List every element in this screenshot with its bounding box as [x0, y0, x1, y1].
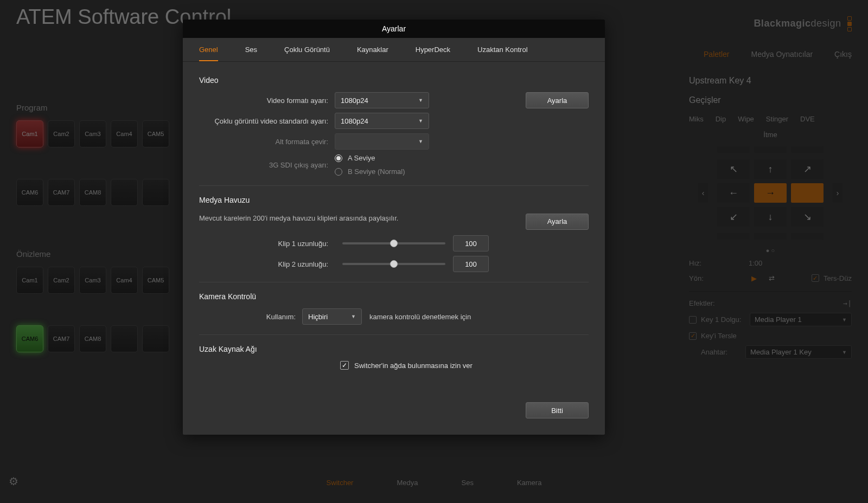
- dir-n-icon[interactable]: ↑: [754, 159, 787, 179]
- pgm-cam2[interactable]: Cam2: [48, 120, 75, 147]
- multiview-format-label: Çoklu görüntü video standardı ayarı:: [199, 117, 335, 125]
- dir-next-icon[interactable]: ›: [833, 183, 843, 203]
- trans-tab-stinger[interactable]: Stinger: [766, 115, 788, 123]
- pvw-cam5[interactable]: CAM5: [142, 267, 169, 294]
- dir-pad[interactable]: [717, 233, 750, 240]
- video-set-button[interactable]: Ayarla: [526, 92, 589, 108]
- pvw-empty[interactable]: x: [111, 325, 138, 352]
- invert-label: Key'i Tersle: [701, 332, 737, 340]
- done-button[interactable]: Bitti: [526, 402, 589, 418]
- dir-ne-icon[interactable]: ↗: [791, 159, 824, 179]
- multiview-format-select[interactable]: 1080p24▼: [335, 113, 429, 129]
- program-label: Program: [16, 103, 48, 112]
- preview-label: Önizleme: [16, 249, 50, 259]
- video-section-title: Video: [199, 76, 589, 85]
- dir-e-slot[interactable]: [791, 183, 824, 203]
- pgm-empty[interactable]: x: [111, 179, 138, 206]
- remote-net-title: Uzak Kaynak Ağı: [199, 345, 589, 353]
- sdi-level-b-radio[interactable]: [335, 168, 342, 176]
- downconvert-label: Alt formata çevir:: [199, 138, 335, 146]
- speed-value[interactable]: 1:00: [749, 259, 762, 267]
- key-label: Anahtar:: [689, 348, 745, 356]
- dir-pad[interactable]: [791, 146, 824, 153]
- dir-pad[interactable]: [717, 146, 750, 153]
- nav-kamera[interactable]: Kamera: [517, 479, 542, 487]
- gear-icon[interactable]: ⚙: [9, 475, 18, 488]
- pvw-empty[interactable]: x: [142, 325, 169, 352]
- dir-e-icon[interactable]: →: [754, 183, 787, 203]
- brand-logo: Blackmagicdesign: [754, 16, 852, 31]
- upstream-key-header: Upstream Key 4: [689, 76, 852, 86]
- tab-hyperdeck[interactable]: HyperDeck: [416, 38, 450, 61]
- tab-uzaktan-kontrol[interactable]: Uzaktan Kontrol: [477, 38, 528, 61]
- tab-ses[interactable]: Ses: [245, 38, 257, 61]
- slider-thumb-icon[interactable]: [390, 260, 398, 268]
- pgm-cam8[interactable]: CAM8: [79, 179, 106, 206]
- dir-s-icon[interactable]: ↓: [754, 207, 787, 227]
- speed-label: Hız:: [689, 259, 749, 267]
- play-icon[interactable]: ▶: [749, 273, 760, 283]
- nav-ses[interactable]: Ses: [461, 479, 473, 487]
- media-set-button[interactable]: Ayarla: [526, 214, 589, 230]
- dir-pad[interactable]: [791, 233, 824, 240]
- fill-checkbox[interactable]: [689, 316, 697, 324]
- pgm-cam6[interactable]: CAM6: [16, 179, 43, 206]
- reverse-checkbox[interactable]: [812, 274, 819, 282]
- pvw-cam1[interactable]: Cam1: [16, 267, 43, 294]
- pgm-empty[interactable]: x: [142, 179, 169, 206]
- effects-value[interactable]: →|: [843, 299, 852, 307]
- trans-tab-miks[interactable]: Miks: [689, 115, 704, 123]
- trans-tab-wipe[interactable]: Wipe: [738, 115, 754, 123]
- pgm-cam4[interactable]: Cam4: [111, 120, 138, 147]
- clip1-value[interactable]: 100: [453, 235, 489, 252]
- reverse-label: Ters-Düz: [824, 274, 852, 282]
- pvw-cam7[interactable]: CAM7: [48, 325, 75, 352]
- trans-tab-dip[interactable]: Dip: [716, 115, 726, 123]
- dir-sw-icon[interactable]: ↙: [717, 207, 750, 227]
- pvw-cam6[interactable]: CAM6: [16, 325, 43, 352]
- tab-coklu-goruntu[interactable]: Çoklu Görüntü: [284, 38, 330, 61]
- dir-pad[interactable]: [754, 233, 787, 240]
- effects-label: Efektler:: [689, 299, 749, 307]
- dir-pad[interactable]: [754, 146, 787, 153]
- clip2-value[interactable]: 100: [453, 256, 489, 272]
- pvw-cam8[interactable]: CAM8: [79, 325, 106, 352]
- invert-checkbox[interactable]: [689, 332, 697, 340]
- pgm-cam1[interactable]: Cam1: [16, 120, 43, 147]
- direction-label: Yön:: [689, 274, 749, 282]
- loop-icon[interactable]: ⇄: [766, 273, 777, 283]
- clip2-slider[interactable]: [342, 263, 445, 265]
- pvw-cam3[interactable]: Cam3: [79, 267, 106, 294]
- page-indicator: ● ○: [689, 247, 852, 254]
- dir-w-icon[interactable]: ←: [717, 183, 750, 203]
- chevron-down-icon: ▼: [351, 314, 356, 319]
- pvw-cam4[interactable]: Cam4: [111, 267, 138, 294]
- chevron-down-icon: ▼: [418, 98, 423, 103]
- tab-paletler[interactable]: Paletler: [704, 50, 729, 59]
- video-format-select[interactable]: 1080p24▼: [335, 92, 429, 108]
- trans-tab-dve[interactable]: DVE: [800, 115, 815, 123]
- camera-use-tail: kamera kontrolü denetlemek için: [369, 313, 471, 321]
- dir-se-icon[interactable]: ↘: [791, 207, 824, 227]
- sdi-level-a-radio[interactable]: [335, 154, 342, 162]
- pgm-cam7[interactable]: CAM7: [48, 179, 75, 206]
- slider-thumb-icon[interactable]: [390, 240, 398, 247]
- dir-nw-icon[interactable]: ↖: [717, 159, 750, 179]
- pgm-cam3[interactable]: Cam3: [79, 120, 106, 147]
- downconvert-select[interactable]: ▼: [335, 133, 429, 150]
- dir-prev-icon[interactable]: ‹: [698, 183, 708, 203]
- allow-network-checkbox[interactable]: [340, 361, 349, 370]
- sdi-level-a-label: A Seviye: [348, 154, 375, 162]
- nav-medya[interactable]: Medya: [397, 479, 418, 487]
- tab-genel[interactable]: Genel: [199, 38, 218, 61]
- camera-use-select[interactable]: Hiçbiri▼: [302, 308, 362, 325]
- clip1-slider[interactable]: [342, 242, 445, 244]
- nav-switcher[interactable]: Switcher: [327, 479, 354, 487]
- fill-select[interactable]: Media Player 1▼: [750, 313, 852, 326]
- pgm-cam5[interactable]: CAM5: [142, 120, 169, 147]
- key-select[interactable]: Media Player 1 Key▼: [745, 345, 852, 359]
- tab-medya-oynaticilar[interactable]: Medya Oynatıcılar: [751, 50, 813, 59]
- tab-kaynaklar[interactable]: Kaynaklar: [357, 38, 388, 61]
- tab-cikis[interactable]: Çıkış: [834, 50, 852, 59]
- pvw-cam2[interactable]: Cam2: [48, 267, 75, 294]
